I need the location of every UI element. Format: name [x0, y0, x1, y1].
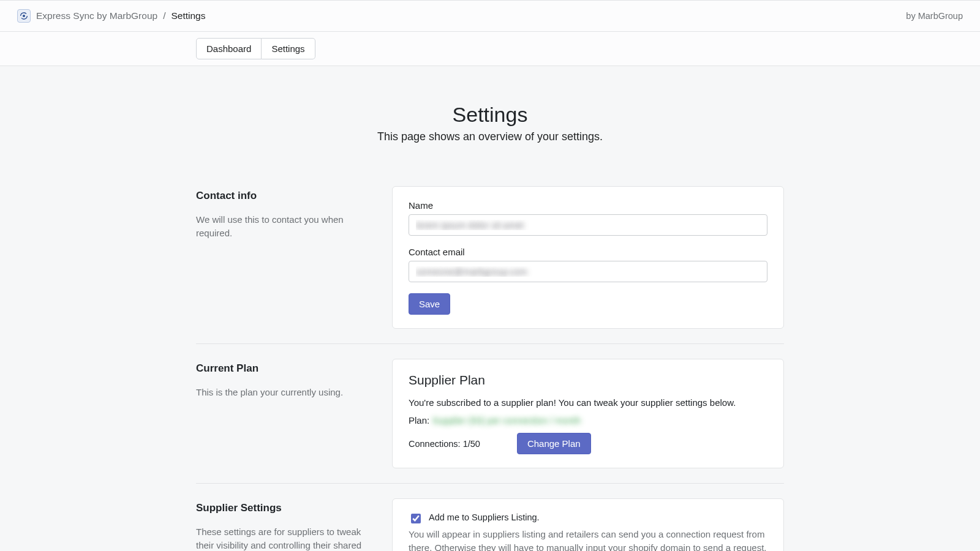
- byline: by MarbGroup: [906, 11, 963, 21]
- plan-value-row: Plan: Supplier (50) per connection / mon…: [409, 415, 767, 425]
- contact-heading: Contact info: [196, 190, 374, 202]
- supplier-desc: These settings are for suppliers to twea…: [196, 525, 374, 551]
- listing-checkbox[interactable]: [411, 514, 421, 523]
- breadcrumb: Express Sync by MarbGroup / Settings: [17, 9, 205, 23]
- page-title: Settings: [196, 103, 784, 127]
- email-label: Contact email: [409, 247, 767, 257]
- email-input[interactable]: [409, 261, 767, 282]
- tab-dashboard[interactable]: Dashboard: [196, 38, 262, 59]
- supplier-heading: Supplier Settings: [196, 502, 374, 514]
- section-plan: Current Plan This is the plan your curre…: [196, 343, 784, 483]
- breadcrumb-app-link[interactable]: Express Sync by MarbGroup: [36, 10, 157, 21]
- plan-value: Supplier (50) per connection / month: [432, 415, 581, 425]
- tabs-row: Dashboard Settings: [0, 32, 980, 66]
- section-contact: Contact info We will use this to contact…: [196, 171, 784, 343]
- svg-point-0: [23, 15, 25, 17]
- section-supplier: Supplier Settings These settings are for…: [196, 483, 784, 551]
- plan-heading: Current Plan: [196, 362, 374, 375]
- app-logo-icon: [17, 9, 31, 23]
- tab-settings[interactable]: Settings: [262, 38, 315, 59]
- plan-line: You're subscribed to a supplier plan! Yo…: [409, 397, 767, 408]
- page-subtitle: This page shows an overview of your sett…: [196, 130, 784, 143]
- name-input[interactable]: [409, 214, 767, 236]
- save-button[interactable]: Save: [409, 293, 450, 315]
- connections-label: Connections:: [409, 439, 461, 449]
- connections-row: Connections: 1/50: [409, 439, 480, 449]
- plan-desc: This is the plan your currently using.: [196, 386, 374, 399]
- plan-title: Supplier Plan: [409, 373, 767, 388]
- contact-desc: We will use this to contact you when req…: [196, 213, 374, 240]
- breadcrumb-separator: /: [163, 10, 165, 21]
- listing-label: Add me to Suppliers Listing.: [429, 512, 540, 522]
- name-label: Name: [409, 200, 767, 211]
- listing-help: You will appear in suppliers listing and…: [409, 528, 767, 551]
- change-plan-button[interactable]: Change Plan: [517, 433, 591, 454]
- breadcrumb-current: Settings: [171, 10, 205, 21]
- topbar: Express Sync by MarbGroup / Settings by …: [0, 1, 980, 31]
- plan-label: Plan:: [409, 415, 429, 425]
- connections-value: 1/50: [463, 439, 480, 449]
